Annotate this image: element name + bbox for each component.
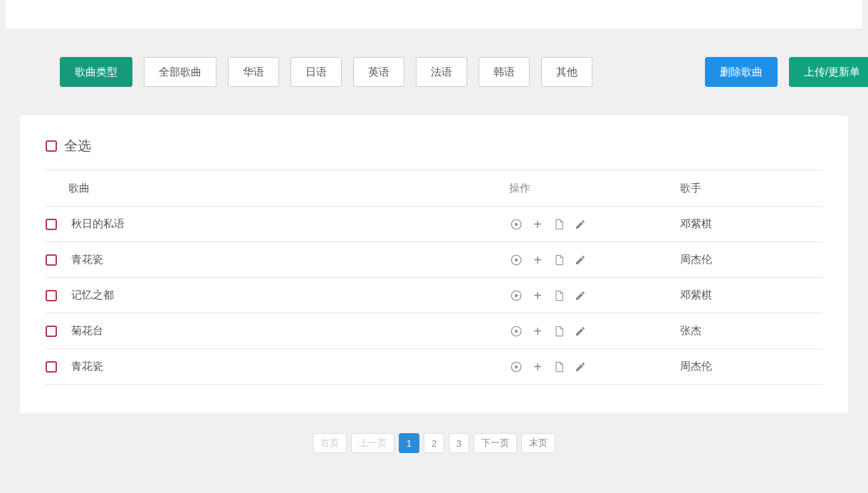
- table-row: 青花瓷+周杰伦: [46, 242, 822, 278]
- add-icon[interactable]: +: [530, 324, 545, 338]
- table-row: 菊花台+张杰: [46, 313, 822, 349]
- filter-french[interactable]: 法语: [416, 57, 467, 87]
- col-header-artist: 歌手: [680, 182, 822, 195]
- song-artist: 张杰: [680, 324, 822, 338]
- add-icon[interactable]: +: [530, 217, 545, 232]
- song-artist: 邓紫棋: [680, 289, 822, 302]
- edit-icon[interactable]: [573, 253, 587, 267]
- row-checkbox[interactable]: [46, 219, 57, 230]
- song-title: 菊花台: [68, 324, 509, 338]
- song-panel: 全选 歌曲 操作 歌手 秋日的私语+邓紫棋青花瓷+周杰伦记忆之都+邓紫棋菊花台+…: [20, 115, 848, 413]
- filter-all[interactable]: 全部歌曲: [144, 57, 216, 87]
- select-all-label: 全选: [64, 137, 91, 155]
- filter-korean[interactable]: 韩语: [479, 57, 530, 87]
- edit-icon[interactable]: [573, 289, 587, 303]
- song-title: 记忆之都: [68, 289, 509, 302]
- upload-update-button[interactable]: 上传/更新单: [789, 57, 868, 87]
- col-header-ops: 操作: [509, 182, 680, 195]
- add-icon[interactable]: +: [530, 360, 545, 374]
- song-type-button[interactable]: 歌曲类型: [60, 57, 132, 87]
- table-header: 歌曲 操作 歌手: [46, 170, 822, 207]
- add-icon[interactable]: +: [530, 253, 545, 267]
- page-2[interactable]: 2: [424, 433, 444, 453]
- add-icon[interactable]: +: [530, 289, 545, 303]
- row-checkbox[interactable]: [46, 254, 57, 266]
- col-header-song: 歌曲: [68, 182, 509, 195]
- page-3[interactable]: 3: [449, 433, 469, 453]
- page-next[interactable]: 下一页: [474, 433, 517, 453]
- song-table: 歌曲 操作 歌手 秋日的私语+邓紫棋青花瓷+周杰伦记忆之都+邓紫棋菊花台+张杰青…: [46, 170, 822, 385]
- table-row: 秋日的私语+邓紫棋: [46, 207, 822, 242]
- edit-icon[interactable]: [573, 217, 587, 232]
- file-icon[interactable]: [552, 289, 566, 303]
- row-checkbox[interactable]: [46, 361, 57, 373]
- pagination: 首页 上一页 1 2 3 下一页 末页: [0, 433, 868, 453]
- play-icon[interactable]: [509, 360, 523, 374]
- filter-japanese[interactable]: 日语: [291, 57, 342, 87]
- filter-other[interactable]: 其他: [541, 57, 592, 87]
- file-icon[interactable]: [552, 217, 566, 232]
- edit-icon[interactable]: [573, 360, 587, 374]
- play-icon[interactable]: [509, 324, 523, 338]
- edit-icon[interactable]: [573, 324, 587, 338]
- song-artist: 周杰伦: [680, 253, 822, 266]
- page-last[interactable]: 末页: [521, 433, 555, 453]
- file-icon[interactable]: [552, 360, 566, 374]
- filter-english[interactable]: 英语: [353, 57, 404, 87]
- file-icon[interactable]: [552, 324, 566, 338]
- song-title: 青花瓷: [68, 253, 509, 266]
- song-artist: 邓紫棋: [680, 217, 822, 231]
- song-title: 秋日的私语: [68, 217, 509, 231]
- play-icon[interactable]: [509, 253, 523, 267]
- row-checkbox[interactable]: [46, 326, 57, 337]
- page-1[interactable]: 1: [399, 433, 419, 453]
- file-icon[interactable]: [552, 253, 566, 267]
- page-first[interactable]: 首页: [313, 433, 347, 453]
- select-all-row: 全选: [46, 137, 822, 155]
- delete-songs-button[interactable]: 删除歌曲: [705, 57, 778, 87]
- row-checkbox[interactable]: [46, 290, 57, 301]
- play-icon[interactable]: [509, 217, 523, 232]
- play-icon[interactable]: [509, 289, 523, 303]
- toolbar: 歌曲类型 全部歌曲 华语 日语 英语 法语 韩语 其他 删除歌曲 上传/更新单: [0, 28, 868, 115]
- filter-chinese[interactable]: 华语: [228, 57, 279, 87]
- page-prev[interactable]: 上一页: [351, 433, 394, 453]
- song-artist: 周杰伦: [680, 360, 822, 373]
- song-title: 青花瓷: [68, 360, 509, 373]
- select-all-checkbox[interactable]: [46, 140, 57, 152]
- table-row: 青花瓷+周杰伦: [46, 349, 822, 385]
- table-row: 记忆之都+邓紫棋: [46, 278, 822, 313]
